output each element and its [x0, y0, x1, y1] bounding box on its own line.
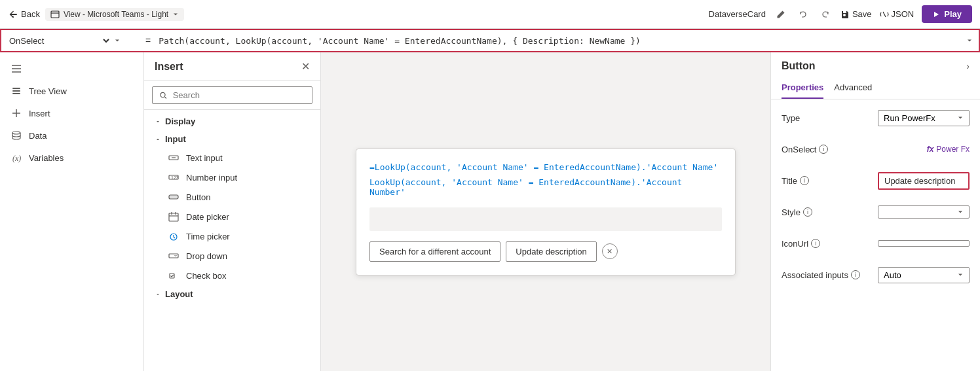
category-input[interactable]: Input: [144, 130, 320, 148]
svg-text:123: 123: [171, 175, 179, 180]
redo-button[interactable]: [818, 7, 833, 22]
layout-expand-icon: [155, 291, 161, 298]
hamburger-icon: [10, 63, 22, 75]
right-panel-header: Button ›: [771, 52, 980, 72]
play-button[interactable]: Play: [922, 5, 972, 23]
iconurl-label-text: IconUrl: [782, 239, 808, 249]
prop-label-associated-inputs: Associated inputs i: [782, 270, 860, 280]
insert-panel: Insert ✕ Display Input Text input: [144, 52, 321, 371]
tab-properties[interactable]: Properties: [782, 77, 823, 99]
subitem-check-box[interactable]: Check box: [144, 266, 320, 285]
style-select[interactable]: [878, 205, 970, 219]
drop-down-icon: [168, 250, 179, 262]
iconurl-input[interactable]: [878, 240, 970, 247]
right-panel-title: Button: [782, 60, 816, 72]
subitem-drop-down[interactable]: Drop down: [144, 246, 320, 266]
subitem-button-label: Button: [186, 192, 211, 202]
formula-input[interactable]: [159, 36, 960, 46]
card-close-button[interactable]: ✕: [602, 243, 618, 259]
sidebar-variables-label: Variables: [29, 153, 64, 163]
category-layout[interactable]: Layout: [144, 285, 320, 303]
sidebar-item-hamburger[interactable]: [0, 58, 143, 80]
text-input-icon: [168, 152, 179, 164]
back-button[interactable]: Back: [8, 9, 40, 20]
sidebar-item-variables[interactable]: (x) Variables: [0, 147, 143, 169]
onselect-info-icon[interactable]: i: [819, 145, 828, 154]
insert-header: Insert ✕: [144, 52, 320, 81]
view-label: View - Microsoft Teams - Light: [64, 10, 168, 19]
formula-bar: OnSelect =: [0, 29, 980, 52]
category-layout-label: Layout: [165, 289, 193, 299]
number-input-icon: 123: [168, 171, 179, 183]
insert-list: Display Input Text input 123 Number inpu…: [144, 110, 320, 371]
button-icon: [168, 191, 179, 203]
formula-equals: =: [143, 35, 153, 46]
right-panel-expand-button[interactable]: ›: [966, 61, 970, 71]
save-button[interactable]: Save: [840, 9, 872, 19]
card-container: =LookUp(account, 'Account Name' = Entere…: [356, 149, 736, 275]
title-input[interactable]: Update description: [878, 172, 970, 190]
main-layout: Tree View Insert Data (x) Variables Inse…: [0, 52, 980, 371]
formula-chevron-icon[interactable]: [966, 37, 973, 44]
undo-button[interactable]: [796, 7, 810, 22]
insert-title: Insert: [155, 61, 183, 73]
subitem-time-picker[interactable]: Time picker: [144, 226, 320, 246]
prop-row-style: Style i: [782, 202, 970, 222]
iconurl-info-icon[interactable]: i: [811, 239, 820, 248]
view-badge[interactable]: View - Microsoft Teams - Light: [45, 8, 184, 21]
fx-symbol: fx: [927, 145, 934, 154]
subitem-button[interactable]: Button: [144, 187, 320, 207]
subitem-date-picker-label: Date picker: [186, 212, 229, 222]
svg-text:(x): (x): [12, 154, 21, 163]
title-info-icon[interactable]: i: [800, 176, 809, 185]
type-select[interactable]: Run PowerFx: [878, 110, 970, 126]
top-bar-right: DataverseCard Save JSON Play: [709, 5, 973, 23]
sidebar-data-label: Data: [29, 131, 47, 141]
variables-icon: (x): [10, 152, 22, 164]
prop-label-style: Style i: [782, 207, 812, 217]
insert-search-box: [152, 86, 312, 104]
associated-inputs-info-icon[interactable]: i: [851, 270, 860, 279]
subitem-drop-down-label: Drop down: [186, 251, 227, 261]
update-description-button[interactable]: Update description: [506, 241, 596, 262]
sidebar-item-treeview[interactable]: Tree View: [0, 80, 143, 102]
top-bar: Back View - Microsoft Teams - Light Data…: [0, 0, 980, 29]
style-info-icon[interactable]: i: [803, 207, 812, 217]
card-formula-text-2: LookUp(account, 'Account Name' = Entered…: [369, 177, 722, 197]
display-expand-icon: [155, 118, 161, 125]
json-label: JSON: [892, 9, 914, 19]
prop-row-iconurl: IconUrl i: [782, 233, 970, 254]
subitem-text-input[interactable]: Text input: [144, 148, 320, 168]
sidebar-item-data[interactable]: Data: [0, 124, 143, 147]
prop-row-associated-inputs: Associated inputs i Auto: [782, 264, 970, 285]
sidebar-insert-label: Insert: [29, 109, 50, 118]
card-formula-text-1: =LookUp(account, 'Account Name' = Entere…: [369, 162, 722, 172]
search-account-button[interactable]: Search for a different account: [369, 241, 500, 262]
onselect-fx[interactable]: fx Power Fx: [927, 145, 970, 154]
style-label-text: Style: [782, 207, 801, 217]
associated-inputs-label-text: Associated inputs: [782, 270, 848, 280]
tab-advanced[interactable]: Advanced: [834, 77, 872, 99]
edit-icon-button[interactable]: [774, 7, 788, 22]
associated-inputs-select[interactable]: Auto: [878, 267, 970, 283]
svg-rect-13: [169, 254, 178, 258]
style-select-chevron: [957, 209, 964, 215]
svg-rect-14: [170, 274, 174, 278]
fx-power-fx-label: Power Fx: [936, 145, 970, 154]
formula-property-select[interactable]: OnSelect: [7, 35, 111, 46]
insert-close-button[interactable]: ✕: [301, 60, 310, 73]
subitem-number-input[interactable]: 123 Number input: [144, 168, 320, 187]
subitem-date-picker[interactable]: Date picker: [144, 207, 320, 226]
sidebar-item-insert[interactable]: Insert: [0, 102, 143, 124]
card-input-area: [369, 207, 722, 231]
subitem-check-box-label: Check box: [186, 271, 226, 281]
prop-row-title: Title i Update description: [782, 170, 970, 191]
plus-icon: [10, 107, 22, 119]
prop-label-iconurl: IconUrl i: [782, 239, 820, 249]
json-button[interactable]: JSON: [880, 9, 914, 19]
svg-rect-0: [51, 11, 59, 18]
associated-inputs-chevron: [957, 272, 964, 278]
insert-search: [144, 81, 320, 110]
category-display[interactable]: Display: [144, 113, 320, 130]
search-input[interactable]: [173, 90, 305, 100]
